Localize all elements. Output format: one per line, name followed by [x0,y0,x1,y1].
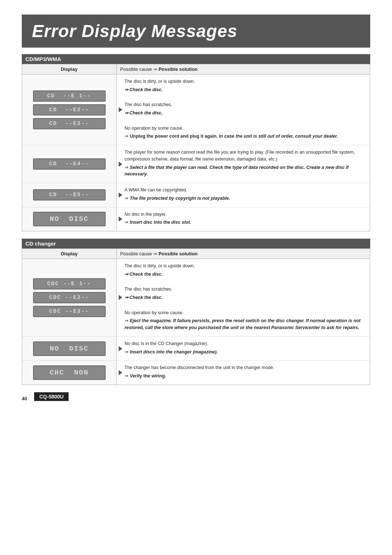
solution-cdc-nodisc: ⇒ Insert discs into the changer (magazin… [124,349,366,356]
solution-e2-1: ⇒ Check the disc. [124,110,366,117]
display-cell-e5: CD --E5-- [22,183,117,207]
lcd-e4: CD --E4-- [33,158,106,170]
table-row: NO DISC No disc in the player. ⇒ Insert … [22,207,370,231]
cause-text-e4: The player for some reason cannot read t… [124,149,366,163]
model-badge: CQ-5800U [34,392,69,401]
arrow-icon [119,295,122,300]
col-header-display-changer: Display [22,249,117,259]
cause-text-e2-1: The disc has scratches. [124,101,366,108]
col-header-cause-changer: Possible cause ⇒ Possible solution [117,249,370,259]
lcd-e1: CD --E 1-- [33,90,106,102]
section-cd-mp3-wma: CD/MP3/WMA Display Possible cause ⇒ Poss… [22,54,370,231]
section-cd-changer: CD changer Display Possible cause ⇒ Poss… [22,239,370,385]
col-header-row-changer: Display Possible cause ⇒ Possible soluti… [22,249,370,259]
cause-cdc-e1-1: The disc is dirty, or is upside down. [124,263,366,270]
lcd-e2: CD --E2-- [33,104,106,116]
table-cd-mp3-wma: Display Possible cause ⇒ Possible soluti… [22,64,370,231]
solution-e1-1: ⇒ Check the disc. [124,86,366,93]
cause-cell-nodisc: No disc in the player. ⇒ Insert disc int… [117,207,370,231]
col-header-cause: Possible cause ⇒ Possible solution [117,64,370,74]
solution-cdc-e1-1: ⇒ Check the disc. [124,271,366,278]
page-number: 40 [22,396,27,401]
arrow-icon [119,370,122,375]
display-cell-e123: CD --E 1-- CD --E2-- CD --E3-- [22,74,117,145]
table-row: NO DISC No disc is in the CD Changer (ma… [22,337,370,361]
table-row: CDC --E 1-- CDC --E2-- CDC --E3-- The di… [22,259,370,337]
cause-text-e1-1: The disc is dirty, or is upside down. [124,78,366,85]
arrow-icon [119,346,122,351]
lcd-cdc-e2: CDC --E2-- [33,292,106,303]
solution-e3-1: ⇒ Unplug the power cord and plug it agai… [124,133,366,140]
display-cell-cdc-nodisc: NO DISC [22,337,117,361]
arrow-icon [119,193,122,198]
cause-cdc-e2-1: The disc has scratches. [124,286,366,293]
table-row: CD --E4-- The player for some reason can… [22,145,370,183]
display-cell-chc-non: CHC NON [22,361,117,385]
cause-cell-e5: A WMA file can be copyrighted. ⇒ The fil… [117,183,370,207]
display-cell-e4: CD --E4-- [22,145,117,183]
solution-e5: ⇒ The file protected by copyright is not… [124,195,366,202]
solution-e4: ⇒ Select a file that the player can read… [124,164,366,178]
cause-cell-e4: The player for some reason cannot read t… [117,145,370,183]
col-header-display: Display [22,64,117,74]
table-row: CD --E 1-- CD --E2-- CD --E3-- The disc … [22,74,370,145]
table-row: CD --E5-- A WMA file can be copyrighted.… [22,183,370,207]
lcd-e3: CD --E3-- [33,118,106,129]
section-header-cd-mp3-wma: CD/MP3/WMA [22,54,370,64]
col-header-row: Display Possible cause ⇒ Possible soluti… [22,64,370,74]
table-row: CHC NON The changer has become disconnec… [22,361,370,385]
section-header-cd-changer: CD changer [22,239,370,248]
bottom-row: 40 CQ-5800U [22,392,370,401]
cause-cell-chc-non: The changer has become disconnected from… [117,361,370,385]
arrow-icon [119,107,122,112]
cause-cdc-e3-1: No operation by some cause. [124,309,366,316]
cause-text-e3-1: No operation by some cause. [124,125,366,132]
cause-text-e5: A WMA file can be copyrighted. [124,187,366,194]
solution-chc-non: ⇒ Verify the wiring. [124,373,366,380]
cause-cdc-nodisc: No disc is in the CD Changer (magazine). [124,340,366,347]
display-cell-nodisc: NO DISC [22,207,117,231]
cause-chc-non: The changer has become disconnected from… [124,364,366,371]
solution-nodisc: ⇒ Insert disc into the disc slot. [124,219,366,226]
cause-cell-cdc-e123: The disc is dirty, or is upside down. ⇒ … [117,259,370,336]
arrow-icon [119,216,122,222]
lcd-cdc-e3: CDC --E3-- [33,306,106,317]
solution-cdc-e2-1: ⇒ Check the disc. [124,294,366,301]
page-title: Error Display Messages [22,15,370,48]
solution-cdc-e3-1: ⇒ Eject the magazine. If failure persist… [124,317,366,331]
arrow-icon [119,162,122,167]
lcd-cdc-nodisc: NO DISC [33,341,106,356]
lcd-chc-non: CHC NON [33,365,106,380]
cause-text-nodisc: No disc in the player. [124,211,366,218]
table-cd-changer: Display Possible cause ⇒ Possible soluti… [22,248,370,385]
lcd-e5: CD --E5-- [33,189,106,200]
cause-cell-e123: The disc is dirty, or is upside down. ⇒ … [117,74,370,145]
cause-cell-cdc-nodisc: No disc is in the CD Changer (magazine).… [117,337,370,361]
display-cell-cdc-e123: CDC --E 1-- CDC --E2-- CDC --E3-- [22,259,117,336]
lcd-cdc-e1: CDC --E 1-- [33,278,106,289]
lcd-nodisc: NO DISC [33,212,106,226]
